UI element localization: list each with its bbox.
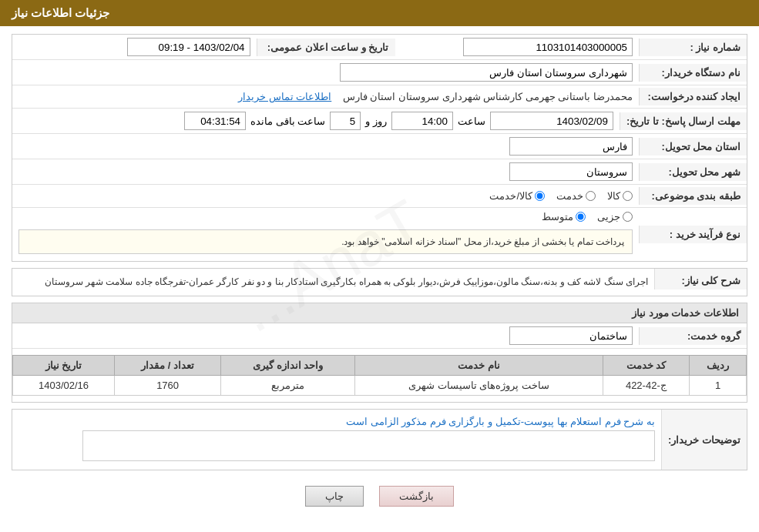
need-number-label: شماره نیاز : bbox=[639, 38, 747, 56]
row-creator: ایجاد کننده درخواست: محمدرضا باستانی جهر… bbox=[12, 85, 747, 109]
col-unit: واحد اندازه گیری bbox=[221, 356, 355, 376]
process-radio-motavasset[interactable] bbox=[576, 212, 586, 222]
cell-code: ج-42-422 bbox=[603, 376, 689, 396]
services-section-title: اطلاعات خدمات مورد نیاز bbox=[12, 303, 747, 323]
buttons-row: بازگشت چاپ bbox=[12, 478, 747, 518]
col-row: ردیف bbox=[690, 356, 747, 376]
service-group-value bbox=[12, 323, 639, 348]
main-info-section: شماره نیاز : تاریخ و ساعت اعلان عمومی: ن… bbox=[12, 34, 747, 262]
services-table-section: ردیف کد خدمت نام خدمت واحد اندازه گیری ت… bbox=[12, 355, 747, 396]
cell-name: ساخت پروژه‌های تاسیسات شهری bbox=[355, 376, 603, 396]
services-section: اطلاعات خدمات مورد نیاز گروه خدمت: ردیف … bbox=[12, 303, 747, 403]
row-process-type: نوع فرآیند خرید : جزیی متوسط bbox=[12, 208, 747, 261]
delivery-city-input[interactable] bbox=[509, 162, 633, 181]
buyer-notes-textarea[interactable] bbox=[82, 430, 655, 461]
row-buyer: نام دستگاه خریدار: bbox=[12, 60, 747, 85]
page-title: جزئیات اطلاعات نیاز bbox=[12, 6, 109, 19]
announce-datetime-input[interactable] bbox=[127, 38, 250, 56]
reply-time-input[interactable] bbox=[391, 112, 453, 130]
row-delivery-city: شهر محل تحویل: bbox=[12, 159, 747, 185]
delivery-province-label: استان محل تحویل: bbox=[639, 138, 747, 156]
creator-label: ایجاد کننده درخواست: bbox=[639, 88, 747, 105]
page-header: جزئیات اطلاعات نیاز bbox=[0, 0, 759, 26]
category-option-kala[interactable]: کالا bbox=[607, 190, 633, 202]
remaining-time-input[interactable] bbox=[184, 112, 246, 130]
announce-datetime-value bbox=[12, 35, 257, 59]
buyer-label: نام دستگاه خریدار: bbox=[639, 64, 747, 82]
reply-deadline-values: ساعت روز و ساعت باقی مانده bbox=[12, 109, 620, 133]
need-number-value bbox=[395, 35, 640, 59]
buyer-input[interactable] bbox=[340, 63, 633, 82]
need-number-input[interactable] bbox=[463, 38, 633, 56]
services-table: ردیف کد خدمت نام خدمت واحد اندازه گیری ت… bbox=[12, 355, 747, 396]
category-radio-group: کالا خدمت کالا/خدمت bbox=[18, 190, 633, 202]
category-radio-khedmat[interactable] bbox=[586, 191, 596, 201]
row-delivery-province: استان محل تحویل: bbox=[12, 134, 747, 159]
table-body: 1ج-42-422ساخت پروژه‌های تاسیسات شهریمترم… bbox=[13, 376, 747, 396]
category-option-khedmat[interactable]: خدمت bbox=[556, 190, 596, 202]
creator-text: محمدرضا باستانی جهرمی کارشناس شهرداری سر… bbox=[343, 91, 633, 102]
buyer-notes-value: به شرح فرم استعلام بها پیوست-تکمیل و بار… bbox=[346, 416, 655, 427]
process-option-motavasset[interactable]: متوسط bbox=[542, 211, 586, 223]
announce-datetime-label: تاریخ و ساعت اعلان عمومی: bbox=[257, 38, 395, 56]
col-date: تاریخ نیاز bbox=[13, 356, 115, 376]
category-option-kala-khedmat[interactable]: کالا/خدمت bbox=[489, 190, 545, 202]
cell-date: 1403/02/16 bbox=[13, 376, 115, 396]
col-quantity: تعداد / مقدار bbox=[115, 356, 221, 376]
cell-row: 1 bbox=[690, 376, 747, 396]
row-service-group: گروه خدمت: bbox=[12, 323, 747, 349]
cell-quantity: 1760 bbox=[115, 376, 221, 396]
row-category: طبقه بندی موضوعی: کالا خدمت bbox=[12, 185, 747, 208]
category-label: طبقه بندی موضوعی: bbox=[639, 187, 747, 205]
remaining-time-label: ساعت باقی مانده bbox=[250, 115, 325, 127]
cell-unit: مترمربع bbox=[221, 376, 355, 396]
reply-days-input[interactable] bbox=[330, 112, 361, 130]
service-group-label: گروه خدمت: bbox=[639, 327, 747, 345]
category-radio-kala[interactable] bbox=[623, 191, 633, 201]
reply-date-input[interactable] bbox=[490, 112, 613, 130]
delivery-city-value bbox=[12, 159, 639, 184]
col-code: کد خدمت bbox=[603, 356, 689, 376]
back-button[interactable]: بازگشت bbox=[379, 486, 454, 507]
buyer-notes-section: توضیحات خریدار: به شرح فرم استعلام بها پ… bbox=[12, 409, 747, 470]
print-button[interactable]: چاپ bbox=[305, 486, 364, 507]
row-reply-deadline: مهلت ارسال پاسخ: تا تاریخ: ساعت روز و سا… bbox=[12, 109, 747, 134]
process-radio-jozi[interactable] bbox=[623, 212, 633, 222]
buyer-notes-label: توضیحات خریدار: bbox=[661, 410, 747, 470]
buyer-notes-content: به شرح فرم استعلام بها پیوست-تکمیل و بار… bbox=[12, 410, 661, 470]
reply-deadline-label: مهلت ارسال پاسخ: تا تاریخ: bbox=[620, 112, 747, 130]
reply-time-label: ساعت bbox=[458, 115, 485, 127]
service-group-input[interactable] bbox=[509, 326, 633, 345]
process-radio-group: جزیی متوسط bbox=[18, 211, 633, 223]
process-note: پرداخت تمام یا بخشی از مبلغ خرید،از محل … bbox=[18, 229, 633, 254]
category-radio-kala-khedmat[interactable] bbox=[535, 191, 545, 201]
delivery-city-label: شهر محل تحویل: bbox=[639, 163, 747, 181]
contact-link[interactable]: اطلاعات تماس خریدار bbox=[238, 91, 331, 102]
description-label: شرح کلی نیاز: bbox=[654, 269, 747, 289]
creator-value: محمدرضا باستانی جهرمی کارشناس شهرداری سر… bbox=[12, 88, 639, 105]
description-section: شرح کلی نیاز: اجرای سنگ لاشه کف و بدنه،س… bbox=[12, 268, 747, 296]
col-name: نام خدمت bbox=[355, 356, 603, 376]
table-header-row: ردیف کد خدمت نام خدمت واحد اندازه گیری ت… bbox=[13, 356, 747, 376]
buyer-value bbox=[12, 60, 639, 85]
process-label: نوع فرآیند خرید : bbox=[639, 226, 747, 243]
delivery-province-input[interactable] bbox=[509, 137, 633, 156]
row-need-number: شماره نیاز : تاریخ و ساعت اعلان عمومی: bbox=[12, 35, 747, 60]
description-value: اجرای سنگ لاشه کف و بدنه،سنگ مالون،موزای… bbox=[12, 269, 654, 296]
delivery-province-value bbox=[12, 134, 639, 159]
table-row: 1ج-42-422ساخت پروژه‌های تاسیسات شهریمترم… bbox=[13, 376, 747, 396]
process-value: جزیی متوسط پرداخت تمام یا بخشی از مبلغ خ… bbox=[12, 208, 639, 261]
process-option-jozi[interactable]: جزیی bbox=[597, 211, 633, 223]
category-value: کالا خدمت کالا/خدمت bbox=[12, 187, 639, 205]
reply-days-label: روز و bbox=[365, 115, 387, 127]
